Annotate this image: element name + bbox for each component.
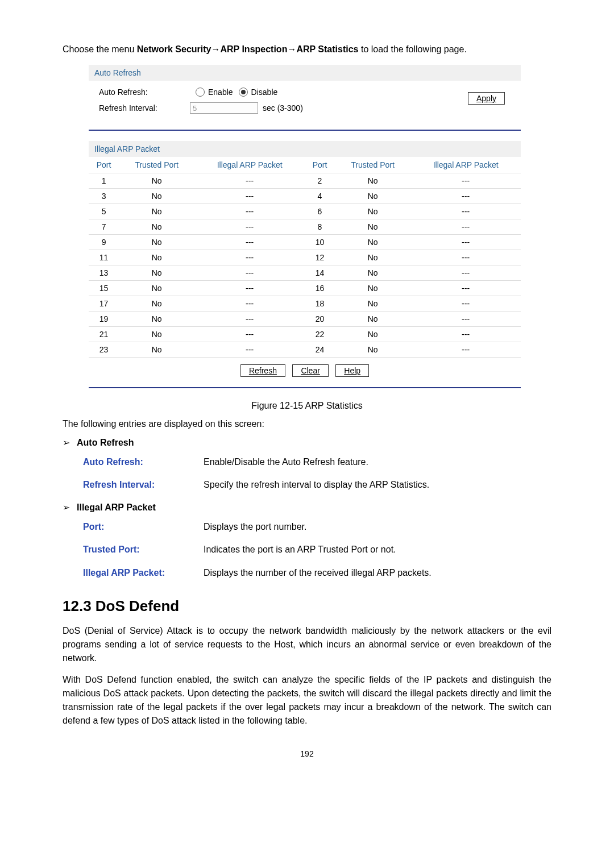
table-row: 19No---20No--- bbox=[89, 312, 521, 327]
table-row: 3No---4No--- bbox=[89, 189, 521, 204]
refresh-interval-input[interactable] bbox=[190, 102, 258, 114]
table-cell: No bbox=[335, 250, 410, 265]
arrow-icon: ➢ bbox=[63, 438, 70, 447]
table-cell: --- bbox=[194, 235, 305, 250]
table-cell: 22 bbox=[305, 327, 335, 342]
entries-intro: The following entries are displayed on t… bbox=[63, 419, 551, 429]
table-cell: No bbox=[335, 189, 410, 204]
table-cell: No bbox=[119, 250, 194, 265]
table-cell: No bbox=[335, 219, 410, 235]
col-illegal: Illegal ARP Packet bbox=[194, 157, 305, 173]
desc-illegal-arp: Displays the number of the received ille… bbox=[204, 564, 432, 582]
term-trusted-port: Trusted Port: bbox=[83, 541, 204, 558]
table-cell: 17 bbox=[89, 296, 119, 312]
table-cell: --- bbox=[410, 173, 521, 189]
arp-table: Port Trusted Port Illegal ARP Packet Por… bbox=[89, 157, 521, 358]
table-cell: No bbox=[335, 265, 410, 281]
table-row: 5No---6No--- bbox=[89, 204, 521, 219]
intro-text: Choose the menu Network Security→ARP Ins… bbox=[63, 43, 551, 56]
table-row: 9No---10No--- bbox=[89, 235, 521, 250]
desc-refresh-interval: Specify the refresh interval to display … bbox=[204, 476, 429, 493]
table-cell: --- bbox=[194, 342, 305, 358]
table-cell: 14 bbox=[305, 265, 335, 281]
table-cell: 16 bbox=[305, 281, 335, 296]
table-cell: --- bbox=[410, 250, 521, 265]
table-cell: --- bbox=[194, 265, 305, 281]
table-cell: 4 bbox=[305, 189, 335, 204]
table-row: 13No---14No--- bbox=[89, 265, 521, 281]
table-cell: --- bbox=[410, 219, 521, 235]
auto-refresh-label: Auto Refresh: bbox=[99, 88, 190, 97]
table-cell: No bbox=[119, 312, 194, 327]
table-cell: 5 bbox=[89, 204, 119, 219]
table-row: 1No---2No--- bbox=[89, 173, 521, 189]
table-cell: 10 bbox=[305, 235, 335, 250]
table-row: 23No---24No--- bbox=[89, 342, 521, 358]
col-trusted: Trusted Port bbox=[119, 157, 194, 173]
table-cell: No bbox=[119, 235, 194, 250]
table-cell: --- bbox=[410, 265, 521, 281]
table-cell: 23 bbox=[89, 342, 119, 358]
enable-text: Enable bbox=[208, 88, 233, 97]
table-cell: No bbox=[119, 173, 194, 189]
table-cell: --- bbox=[410, 342, 521, 358]
table-cell: No bbox=[335, 235, 410, 250]
table-cell: 12 bbox=[305, 250, 335, 265]
table-cell: --- bbox=[194, 189, 305, 204]
table-cell: No bbox=[335, 173, 410, 189]
table-cell: 24 bbox=[305, 342, 335, 358]
arrow-icon: ➢ bbox=[63, 502, 70, 512]
table-cell: --- bbox=[410, 204, 521, 219]
table-cell: No bbox=[335, 327, 410, 342]
table-cell: 13 bbox=[89, 265, 119, 281]
table-cell: No bbox=[335, 204, 410, 219]
dos-p2: With DoS Defend function enabled, the sw… bbox=[63, 673, 551, 728]
table-cell: --- bbox=[194, 219, 305, 235]
table-cell: 7 bbox=[89, 219, 119, 235]
interval-unit: sec (3-300) bbox=[263, 103, 303, 113]
table-cell: --- bbox=[410, 281, 521, 296]
table-cell: --- bbox=[194, 296, 305, 312]
table-cell: 21 bbox=[89, 327, 119, 342]
table-cell: 19 bbox=[89, 312, 119, 327]
apply-button[interactable]: Apply bbox=[468, 92, 505, 105]
table-cell: 15 bbox=[89, 281, 119, 296]
figure-caption: Figure 12-15 ARP Statistics bbox=[63, 401, 551, 411]
illegal-arp-section-title: Illegal ARP Packet bbox=[89, 141, 521, 157]
clear-button[interactable]: Clear bbox=[292, 364, 328, 377]
term-auto-refresh: Auto Refresh: bbox=[83, 454, 204, 471]
table-cell: No bbox=[119, 281, 194, 296]
table-cell: No bbox=[119, 189, 194, 204]
col-trusted-2: Trusted Port bbox=[335, 157, 410, 173]
table-cell: No bbox=[335, 312, 410, 327]
table-cell: --- bbox=[194, 312, 305, 327]
table-cell: No bbox=[119, 296, 194, 312]
col-port: Port bbox=[89, 157, 119, 173]
table-cell: 20 bbox=[305, 312, 335, 327]
term-illegal-arp: Illegal ARP Packet: bbox=[83, 564, 204, 582]
bullet-illegal-arp: ➢Illegal ARP Packet bbox=[63, 502, 551, 513]
table-cell: --- bbox=[194, 250, 305, 265]
desc-auto-refresh: Enable/Disable the Auto Refresh feature. bbox=[204, 454, 368, 471]
table-cell: --- bbox=[194, 173, 305, 189]
help-button[interactable]: Help bbox=[335, 364, 369, 377]
disable-radio[interactable] bbox=[239, 88, 248, 97]
refresh-button[interactable]: Refresh bbox=[240, 364, 285, 377]
dos-heading: 12.3 DoS Defend bbox=[63, 597, 551, 615]
table-cell: No bbox=[119, 342, 194, 358]
disable-text: Disable bbox=[251, 88, 278, 97]
table-cell: 18 bbox=[305, 296, 335, 312]
desc-port: Displays the port number. bbox=[204, 518, 306, 535]
table-row: 7No---8No--- bbox=[89, 219, 521, 235]
table-cell: 3 bbox=[89, 189, 119, 204]
table-cell: --- bbox=[410, 189, 521, 204]
term-refresh-interval: Refresh Interval: bbox=[83, 476, 204, 493]
table-cell: No bbox=[119, 327, 194, 342]
auto-refresh-section-title: Auto Refresh bbox=[89, 65, 521, 81]
table-cell: No bbox=[335, 296, 410, 312]
table-cell: 8 bbox=[305, 219, 335, 235]
enable-radio[interactable] bbox=[196, 88, 205, 97]
term-port: Port: bbox=[83, 518, 204, 535]
table-cell: 6 bbox=[305, 204, 335, 219]
table-cell: 9 bbox=[89, 235, 119, 250]
